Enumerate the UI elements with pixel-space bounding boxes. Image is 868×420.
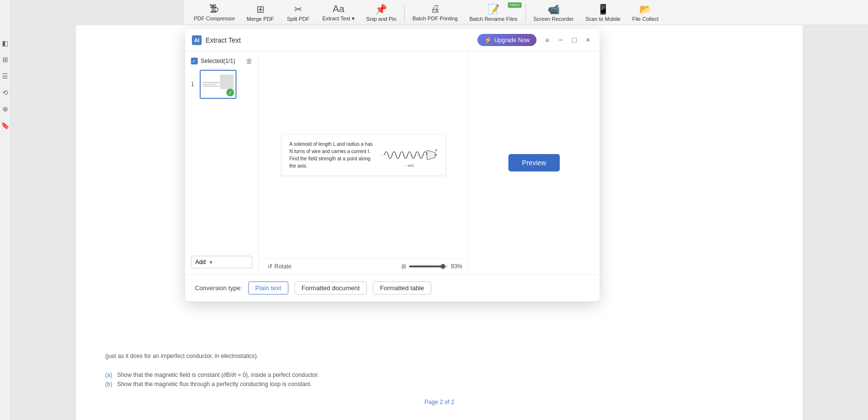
toolbar-extract-text-label: Extract Text ▾	[322, 16, 354, 22]
toolbar-file-collect[interactable]: 📂 File Collect	[627, 1, 663, 24]
rotate-label: Rotate	[274, 263, 291, 270]
thumb-line-3	[203, 86, 220, 87]
add-dropdown: Add ▼	[191, 256, 253, 268]
preview-content: A solenoid of length L and radius a has …	[259, 51, 468, 258]
right-panel: Preview	[469, 51, 600, 274]
sidebar-icon-2[interactable]: ⊞	[1, 55, 10, 64]
modal-footer: Conversion type: Plain text Formatted do…	[185, 274, 600, 301]
add-button[interactable]: Add ▼	[191, 256, 253, 268]
svg-marker-2	[427, 150, 435, 160]
toolbar-file-collect-label: File Collect	[632, 16, 658, 22]
bolt-icon: ⚡	[484, 36, 492, 44]
sidebar-icon-1[interactable]: ◧	[1, 39, 10, 47]
extract-text-icon: Aa	[332, 3, 344, 15]
page-text-line3b: Show that the magnetic flux through a pe…	[117, 381, 312, 388]
modal-menu-button[interactable]: ≡	[542, 35, 552, 45]
free-badge: FREE	[508, 2, 521, 8]
conversion-type-label: Conversion type:	[195, 284, 242, 292]
sidebar-icon-5[interactable]: ⊕	[1, 105, 10, 113]
toolbar-snip-pin[interactable]: 📌 Snip and Pin	[362, 1, 401, 24]
page-thumbnail-1[interactable]: ✓	[200, 70, 237, 99]
page-text-block: (just as it does for an imperfect conduc…	[76, 352, 803, 389]
batch-rename-icon: 📝	[488, 3, 500, 15]
modal-close-button[interactable]: ×	[583, 35, 593, 45]
page-num-label-1: 1	[191, 81, 197, 88]
zoom-slider-thumb	[441, 264, 445, 269]
sidebar: ◧ ⊞ ☰ ⟲ ⊕ 🔖	[0, 0, 11, 420]
zoom-control: ⊞ 93%	[401, 263, 462, 270]
file-header: Selected(1/1) 🗑	[191, 57, 253, 65]
zoom-percent: 93%	[451, 263, 462, 270]
modal-dialog: AI Extract Text ⚡ Upgrade Now ≡ − □ × Se…	[185, 29, 600, 301]
label-a: (a)	[105, 372, 112, 378]
solenoid-card: A solenoid of length L and radius a has …	[281, 134, 446, 176]
add-btn-arrow-icon: ▼	[208, 260, 213, 265]
upgrade-now-button[interactable]: ⚡ Upgrade Now	[477, 34, 537, 46]
modal-app-icon: AI	[192, 35, 202, 45]
toolbar-split-pdf-label: Split PDF	[287, 16, 309, 22]
toolbar-divider-1	[404, 4, 405, 21]
toolbar-batch-print[interactable]: 🖨 Batch PDF Printing	[408, 1, 463, 23]
snip-pin-icon: 📌	[375, 3, 387, 15]
file-page-item-1: 1 ✓	[191, 70, 253, 99]
screen-recorder-icon: 📹	[548, 3, 560, 15]
toolbar-pdf-compressor[interactable]: 🗜 PDF Compressor	[189, 1, 240, 23]
toolbar-merge-pdf-label: Merge PDF	[247, 16, 274, 22]
preview-toolbar: ↺ Rotate ⊞ 93%	[259, 258, 468, 274]
toolbar-snip-pin-label: Snip and Pin	[366, 16, 396, 22]
svg-marker-1	[435, 154, 438, 156]
rotate-button[interactable]: ↺ Rotate	[265, 262, 294, 271]
toolbar-extract-text[interactable]: Aa Extract Text ▾	[317, 1, 359, 24]
label-b: (b)	[105, 381, 112, 388]
thumb-line-2	[203, 84, 217, 85]
rotate-icon: ↺	[268, 263, 272, 270]
toolbar-merge-pdf[interactable]: ⊞ Merge PDF	[242, 1, 279, 24]
formatted-table-button[interactable]: Formatted table	[373, 281, 431, 295]
batch-print-icon: 🖨	[430, 3, 440, 15]
svg-text:→ axis: → axis	[403, 164, 414, 167]
preview-panel: A solenoid of length L and radius a has …	[259, 51, 469, 274]
split-pdf-icon: ✂	[294, 3, 302, 15]
toolbar-pdf-compressor-label: PDF Compressor	[194, 16, 235, 21]
modal-body: Selected(1/1) 🗑 1 ✓	[185, 51, 600, 274]
toolbar-batch-rename-label: Batch Rename Files	[469, 16, 517, 22]
modal-controls: ≡ − □ ×	[542, 35, 593, 45]
zoom-slider-fill	[409, 265, 445, 267]
sidebar-icon-6[interactable]: 🔖	[1, 121, 10, 130]
zoom-slider[interactable]	[409, 265, 448, 267]
modal-titlebar: AI Extract Text ⚡ Upgrade Now ≡ − □ ×	[185, 29, 600, 51]
toolbar-batch-rename[interactable]: 📝 Batch Rename Files FREE	[464, 1, 522, 24]
delete-icon[interactable]: 🗑	[246, 57, 253, 65]
page-text-line2a: Show that the magnetic field is constant…	[117, 372, 319, 378]
toolbar-batch-print-label: Batch PDF Printing	[412, 16, 458, 21]
thumb-check-icon: ✓	[226, 89, 234, 96]
toolbar-split-pdf[interactable]: ✂ Split PDF	[281, 1, 316, 24]
page-number: Page 2 of 2	[425, 399, 454, 405]
toolbar-divider-2	[525, 4, 526, 21]
sidebar-icon-3[interactable]: ☰	[1, 72, 10, 80]
modal-minimize-button[interactable]: −	[556, 35, 566, 45]
scan-mobile-icon: 📱	[597, 3, 609, 15]
plain-text-button[interactable]: Plain text	[248, 281, 288, 295]
solenoid-text: A solenoid of length L and radius a has …	[289, 140, 373, 170]
svg-text:a: a	[435, 148, 437, 152]
zoom-fit-icon[interactable]: ⊞	[401, 263, 406, 270]
modal-maximize-button[interactable]: □	[569, 35, 579, 45]
thumb-image-area	[220, 75, 234, 89]
toolbar-screen-recorder-label: Screen Recorder	[534, 16, 574, 22]
pdf-compressor-icon: 🗜	[209, 3, 219, 15]
toolbar: 🗜 PDF Compressor ⊞ Merge PDF ✂ Split PDF…	[184, 0, 868, 25]
toolbar-screen-recorder[interactable]: 📹 Screen Recorder	[529, 1, 579, 24]
toolbar-scan-mobile[interactable]: 📱 Scan to Mobile	[581, 1, 626, 24]
page-text-line1: (just as it does for an imperfect conduc…	[105, 353, 258, 359]
formatted-document-button[interactable]: Formatted document	[294, 281, 367, 295]
add-btn-label: Add	[195, 259, 205, 265]
file-panel: Selected(1/1) 🗑 1 ✓	[185, 51, 259, 274]
merge-pdf-icon: ⊞	[256, 3, 265, 15]
solenoid-svg: → axis a	[379, 141, 438, 168]
thumb-line-1	[203, 82, 221, 83]
sidebar-icon-4[interactable]: ⟲	[1, 88, 10, 97]
select-all-checkbox[interactable]	[191, 58, 198, 64]
toolbar-scan-mobile-label: Scan to Mobile	[585, 16, 621, 22]
preview-button[interactable]: Preview	[508, 154, 560, 171]
